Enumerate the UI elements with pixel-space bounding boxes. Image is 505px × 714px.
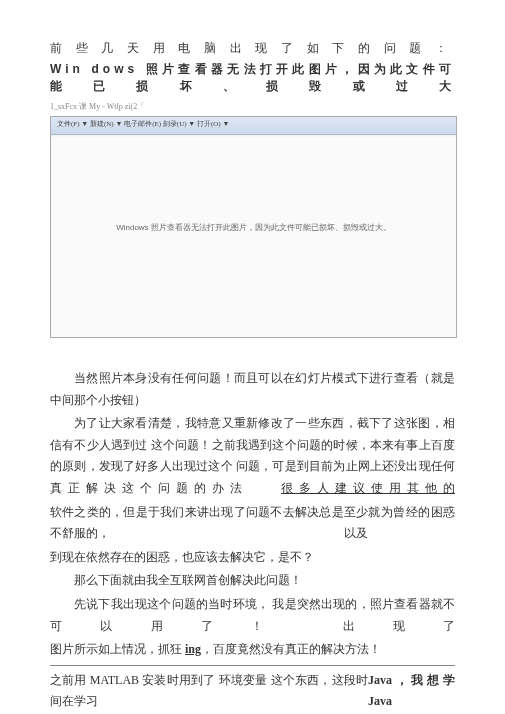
para-2-underline: 很多人建议使用其他的 (281, 481, 455, 495)
screenshot-container: 文件(F) ▼ 新建(N) ▼ 电子邮件(E) 刻录(U) ▼ 打开(O) ▼ … (50, 116, 457, 338)
small-gray-text: 1_sxFcx 课 My - Wtlp zi(2「 (50, 101, 455, 112)
para-6: 先说下我出现这个问题的当时环境， 我是突然出现的，照片查看器就不可以用了！ 出现… (50, 594, 455, 637)
para-8b: Java，我想学 Java (368, 670, 455, 713)
para-8: 之前用 MATLAB 安装时用到了 环境变量 这个东西，这段时间在学习 Java… (50, 670, 455, 713)
para-3b: 至少就为曾经的困惑以及 (344, 502, 455, 545)
para-5: 那么下面就由我全互联网首创解决此问题！ (50, 570, 455, 592)
para-4: 到现在依然存在的困惑，也应该去解决它，是不？ (50, 547, 455, 569)
para-1: 当然照片本身没有任何问题！而且可以在幻灯片模式下进行查看（就是中间那个小按钮） (50, 368, 455, 411)
body-text: 当然照片本身没有任何问题！而且可以在幻灯片模式下进行查看（就是中间那个小按钮） … (50, 368, 455, 714)
para-3: 软件之类的，但是于我们来讲出现了问题不去解决总是不舒服的， 至少就为曾经的困惑以… (50, 502, 455, 545)
para-7: 图片所示如上情况，抓狂 ing，百度竟然没有真正的解决方法！ (50, 639, 455, 661)
screenshot-error-message: Windows 照片查看器无法打开此图片，因为此文件可能已损坏、损毁或过大。 (116, 222, 391, 233)
para-6a: 先说下我出现这个问题的当时环境， (74, 597, 269, 611)
para-7a: 图片所示如上情况，抓狂 (50, 642, 185, 656)
screenshot-toolbar: 文件(F) ▼ 新建(N) ▼ 电子邮件(E) 刻录(U) ▼ 打开(O) ▼ (51, 117, 456, 135)
para-8a: 之前用 MATLAB 安装时用到了 环境变量 这个东西，这段时间在学习 (50, 670, 368, 713)
para-2: 为了让大家看清楚，我特意又重新修改了一些东西，截下了这张图，相信有不少人遇到过 … (50, 413, 455, 499)
para-7-ing: ing (185, 642, 201, 656)
header-line-1: 前些几天用电脑出现了如下的问题： (50, 40, 455, 57)
para-3a: 软件之类的，但是于我们来讲出现了问题不去解决总是不舒服的， (50, 502, 344, 545)
para-6c: 出现了 (343, 619, 456, 633)
header-line-2: Win dows 照片查看器无法打开此图片，因为此文件可能已损坏、损毁或过大 (50, 61, 455, 95)
para-7c: ，百度竟然没有真正的解决方法！ (201, 642, 381, 656)
divider-1 (50, 665, 455, 666)
